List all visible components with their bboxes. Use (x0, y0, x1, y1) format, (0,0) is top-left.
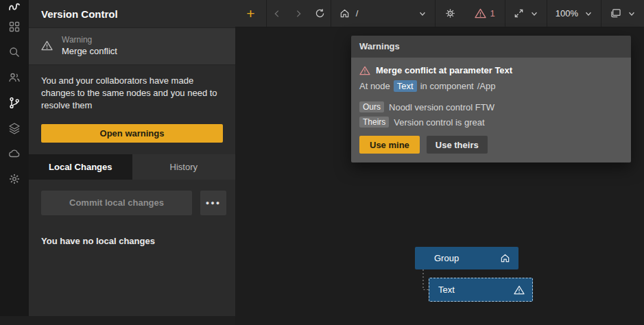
node-label: Group (434, 253, 500, 263)
use-theirs-button[interactable]: Use theirs (427, 136, 488, 154)
version-control-panel: Version Control Warning Merge conflict Y… (29, 0, 235, 325)
sidebar-item-settings[interactable] (8, 172, 21, 186)
panel-header: Version Control (29, 0, 235, 27)
in-component-text: in component (420, 81, 474, 91)
conflict-location: At node Text in component /App (359, 80, 623, 92)
warnings-popup-title: Warnings (351, 36, 631, 58)
tab-local-changes[interactable]: Local Changes (29, 154, 132, 180)
component-path-selector[interactable]: / (331, 0, 435, 27)
warning-icon (359, 66, 370, 75)
chevron-down-icon (584, 10, 593, 18)
chevron-right-icon (294, 9, 303, 19)
sidebar-item-collaborators[interactable] (8, 71, 21, 84)
sidebar-item-search[interactable] (8, 45, 21, 59)
debug-button[interactable] (436, 0, 465, 27)
theirs-badge: Theirs (359, 117, 389, 128)
home-icon (500, 253, 510, 263)
panel-title: Version Control (41, 8, 118, 20)
theirs-value: Version control is great (394, 117, 484, 128)
cloud-functions-icon (8, 147, 21, 160)
warning-count: 1 (490, 8, 495, 19)
component-path: / (356, 8, 412, 19)
nav-back-button[interactable] (267, 0, 288, 27)
text-node[interactable]: Text (429, 278, 533, 302)
node-ref-badge[interactable]: Text (394, 80, 417, 92)
debug-icon (444, 7, 457, 20)
zoom-level: 100% (556, 8, 578, 19)
noodl-logo-icon (8, 0, 21, 14)
chevron-down-icon (530, 10, 538, 18)
add-node-button[interactable]: + (235, 0, 266, 27)
commit-local-changes-button[interactable]: Commit local changes (41, 191, 192, 215)
ours-value: Noodl version control FTW (389, 102, 494, 112)
warning-icon (514, 285, 525, 295)
refresh-button[interactable] (309, 0, 331, 27)
noodl-logo[interactable] (8, 0, 21, 14)
nav-forward-button[interactable] (288, 0, 309, 27)
refresh-icon (315, 8, 325, 19)
noodl-editor-window: Version Control Warning Merge conflict Y… (0, 0, 644, 325)
preview-size-selector[interactable] (505, 0, 547, 27)
chevron-down-icon (628, 10, 636, 18)
sidebar-item-components[interactable] (8, 20, 21, 34)
windows-layout-selector[interactable] (601, 0, 644, 27)
ours-row: Ours Noodl version control FTW (359, 101, 623, 112)
chevron-down-icon (418, 10, 427, 18)
tab-history[interactable]: History (132, 154, 236, 180)
warning-icon (41, 40, 53, 51)
chevron-left-icon (272, 9, 282, 19)
warning-summary[interactable]: Warning Merge conflict (29, 27, 235, 65)
theirs-row: Theirs Version control is great (359, 117, 623, 128)
home-icon (339, 8, 350, 19)
commit-row: Commit local changes ●●● (41, 191, 226, 215)
conflict-row: Merge conflict at parameter Text (359, 65, 623, 75)
canvas-toolbar: + (235, 0, 644, 27)
component-ref: /App (477, 81, 496, 91)
zoom-selector[interactable]: 100% (547, 0, 601, 27)
ours-badge: Ours (359, 101, 384, 112)
warnings-button[interactable]: 1 (465, 0, 505, 27)
conflict-title: Merge conflict at parameter Text (376, 65, 512, 75)
components-grid-icon (8, 21, 21, 33)
open-warnings-button[interactable]: Open warnings (41, 124, 223, 143)
gear-icon (8, 173, 21, 185)
activity-sidebar (0, 0, 29, 325)
more-options-button[interactable]: ●●● (200, 191, 226, 215)
group-node[interactable]: Group (415, 247, 518, 269)
cloud-services-icon (8, 122, 21, 134)
sidebar-item-cloud-services[interactable] (8, 121, 21, 135)
warning-label: Warning (62, 35, 117, 45)
search-icon (8, 46, 21, 58)
sidebar-item-version-control[interactable] (8, 96, 21, 110)
conflict-description: You and your collaborators have made cha… (41, 75, 228, 112)
warnings-popup-body: Merge conflict at parameter Text At node… (351, 58, 631, 162)
collaborators-icon (8, 71, 21, 84)
node-label: Text (438, 285, 514, 295)
warnings-popup: Warnings Merge conflict at parameter Tex… (351, 36, 631, 162)
use-mine-button[interactable]: Use mine (359, 136, 420, 154)
panel-tabs: Local Changes History (29, 154, 235, 180)
warning-texts: Warning Merge conflict (62, 35, 117, 56)
no-local-changes-message: You have no local changes (41, 236, 223, 246)
warning-icon (475, 8, 486, 19)
warning-message: Merge conflict (62, 46, 117, 56)
expand-icon (514, 8, 524, 19)
at-node-text: At node (359, 81, 390, 91)
git-branch-icon (8, 97, 21, 109)
panel-footer (0, 316, 235, 325)
sidebar-item-cloud-functions[interactable] (8, 147, 21, 160)
cascade-windows-icon (610, 8, 621, 19)
conflict-actions: Use mine Use theirs (359, 136, 623, 154)
